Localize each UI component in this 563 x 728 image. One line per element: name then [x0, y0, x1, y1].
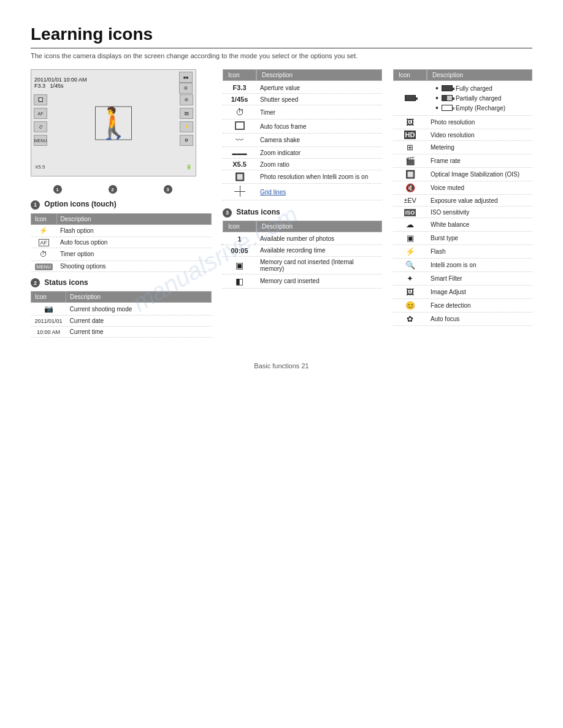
- preview-right-icon-1: ⊞: [180, 94, 193, 105]
- preview-zoom: X5.5: [35, 164, 45, 170]
- icon-cell: ⊞: [393, 141, 427, 154]
- timer-icon: ⏱: [40, 250, 47, 259]
- frame-rate-icon: 🎬: [405, 156, 415, 165]
- text-cell: Frame rate: [427, 156, 532, 166]
- image-adjust-icon: 🖼: [406, 287, 414, 297]
- text-cell: Current shooting mode: [66, 303, 212, 316]
- table-row: ▣ Memory card not inserted (Internal mem…: [223, 257, 382, 275]
- preview-bottom: X5.5 🔋: [31, 164, 196, 170]
- icon-cell: ⚡: [31, 224, 57, 237]
- text-cell: Exposure value adjusted: [427, 195, 532, 206]
- photo-res-icon: 🖼: [406, 118, 414, 127]
- iso-icon: ISO: [404, 209, 416, 216]
- ois-icon: 🔲: [405, 170, 415, 179]
- list-item: • Fully charged: [435, 84, 529, 93]
- text-cell: Timer option: [56, 248, 211, 260]
- text-cell: Voice muted: [427, 183, 532, 193]
- preview-left-icon-3: ⏱: [34, 121, 47, 132]
- battery-list: • Fully charged • Partially charged • Em…: [431, 84, 529, 112]
- icon-cell: ◧: [223, 275, 256, 288]
- icon-cell: ▣: [393, 232, 427, 245]
- text-cell: Current date: [66, 316, 212, 327]
- table-row: 🔲 Photo resolution when Intelli zoom is …: [223, 170, 382, 184]
- middle-column: Icon Description F3.3 Aperture value 1/4…: [223, 69, 382, 289]
- icon-cell: 1/45s: [223, 94, 256, 105]
- af-frame-sym: [235, 121, 245, 130]
- table-row: 🔇 Voice muted: [393, 181, 532, 195]
- table-row: ⏱ Timer: [223, 105, 382, 119]
- table-row: F3.3 Aperture value: [223, 82, 382, 94]
- preview-right-icon-4: ✿: [180, 135, 193, 146]
- icon-cell: ⏱: [31, 248, 57, 260]
- metering-icon: ⊞: [407, 143, 413, 152]
- table-row: ◧ Memory card inserted: [223, 275, 382, 289]
- section3-header: Icon Description: [223, 221, 382, 232]
- icon-cell: 🎬: [393, 154, 427, 167]
- preview-right-icon-3: ⚡: [180, 121, 193, 132]
- table-row: ⏱ Timer option: [31, 248, 212, 260]
- text-cell: Photo resolution when Intelli zoom is on: [256, 172, 382, 182]
- icon-cell: ⏱: [223, 105, 256, 119]
- section2-title: 2 Status icons: [31, 278, 212, 288]
- table-row: X5.5 Zoom ratio: [223, 159, 382, 170]
- table-row: 🔍 Intelli zoom is on: [393, 259, 532, 272]
- preview-icons-right: ⊞ 🖼 ⚡ ✿: [180, 94, 193, 146]
- table-row: ▣ Burst type: [393, 232, 532, 245]
- camera-preview: 2011/01/01 10:00 AM F3.3 1/45s ■■ ⊞ 🔲: [31, 69, 196, 176]
- text-cell: Auto focus frame: [256, 121, 382, 132]
- section3-header-desc: Description: [256, 221, 382, 232]
- table-row: 〰 Camera shake: [223, 134, 382, 147]
- icon-cell: ▬▬▬: [223, 147, 256, 158]
- battery-full-icon-2: [442, 85, 453, 91]
- text-cell: Image Adjust: [427, 287, 532, 297]
- text-cell: Available recording time: [256, 245, 382, 256]
- preview-left-icon-2: AF: [34, 108, 47, 119]
- text-cell: Timer: [256, 107, 382, 118]
- text-cell: Auto focus option: [56, 237, 211, 248]
- battery-empty-icon: [442, 105, 453, 111]
- text-cell: Burst type: [427, 233, 532, 243]
- section2-header-icon: Icon: [31, 292, 66, 303]
- num-photos-sym: 1: [237, 235, 241, 243]
- aperture-sym: F3.3: [232, 84, 246, 91]
- text-cell: Shutter speed: [256, 94, 382, 105]
- icon-cell: 😊: [393, 299, 427, 312]
- section2-table: Icon Description 📷 Current shooting mode…: [31, 291, 212, 338]
- section1-header-desc: Description: [56, 213, 211, 224]
- table-row: Auto focus frame: [223, 119, 382, 134]
- mid-header-icon: Icon: [223, 69, 256, 81]
- icon-cell: ▣: [223, 259, 256, 272]
- table-row: AF Auto focus option: [31, 237, 212, 248]
- table-row: ▬▬▬ Zoom indicator: [223, 147, 382, 159]
- table-row: ✿ Auto focus: [393, 313, 532, 326]
- section3-header-icon: Icon: [223, 221, 256, 232]
- time-icon: 10:00 AM: [37, 329, 60, 335]
- preview-menu-btn[interactable]: MENU: [34, 135, 47, 146]
- voice-muted-icon: 🔇: [405, 183, 415, 192]
- icon-cell: ☁: [393, 218, 427, 231]
- battery-row: • Fully charged • Partially charged • Em…: [393, 82, 532, 116]
- text-cell: Memory card inserted: [256, 276, 382, 286]
- text-cell: Optical Image Stabilization (OIS): [427, 169, 532, 180]
- face-detect-icon: 😊: [405, 301, 415, 310]
- autofocus-icon: ✿: [407, 314, 413, 324]
- text-cell: White balance: [427, 219, 532, 230]
- text-cell: Zoom indicator: [256, 148, 382, 158]
- icon-cell: 🔲: [223, 170, 256, 183]
- preview-left-icon-1: 🔲: [34, 94, 47, 105]
- page-title: Learning icons: [31, 25, 532, 48]
- card-sym: ◧: [236, 276, 243, 286]
- table-row: ±EV Exposure value adjusted: [393, 195, 532, 207]
- preview-icons-left: 🔲 AF ⏱ MENU: [34, 94, 47, 146]
- icon-cell: 10:00 AM: [31, 327, 66, 338]
- text-cell: Memory card not inserted (Internal memor…: [256, 257, 382, 274]
- preview-left-info: 2011/01/01 10:00 AM F3.3 1/45s: [34, 77, 87, 89]
- table-row: ✦ Smart Filter: [393, 272, 532, 286]
- hd-icon: HD: [404, 131, 416, 139]
- text-cell: Camera shake: [256, 135, 382, 145]
- date-icon: 2011/01/01: [35, 318, 63, 324]
- mid-header-desc: Description: [256, 69, 382, 81]
- main-layout: 2011/01/01 10:00 AM F3.3 1/45s ■■ ⊞ 🔲: [31, 69, 532, 344]
- icon-cell: 00:05: [223, 245, 256, 256]
- table-row: 1 Available number of photos: [223, 233, 382, 245]
